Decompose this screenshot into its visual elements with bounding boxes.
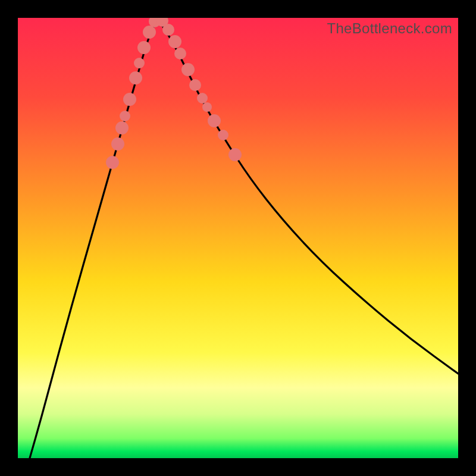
data-marker xyxy=(123,93,136,106)
chart-svg xyxy=(18,18,458,458)
data-markers xyxy=(106,18,242,169)
data-marker xyxy=(106,156,119,169)
data-marker xyxy=(168,35,181,48)
data-marker xyxy=(218,130,228,140)
data-marker xyxy=(111,137,124,151)
data-marker xyxy=(181,63,195,76)
data-marker xyxy=(120,111,130,121)
data-marker xyxy=(162,24,174,36)
outer-frame: TheBottleneck.com xyxy=(0,0,476,476)
data-marker xyxy=(202,102,212,112)
plot-area: TheBottleneck.com xyxy=(18,18,458,458)
data-marker xyxy=(134,58,145,68)
data-marker xyxy=(137,41,151,54)
data-marker xyxy=(129,71,142,84)
data-marker xyxy=(115,121,129,134)
data-marker xyxy=(143,26,156,39)
data-marker xyxy=(197,93,208,104)
data-marker xyxy=(174,48,186,60)
right-curve xyxy=(158,20,458,374)
left-curve xyxy=(30,20,158,458)
data-marker xyxy=(189,79,201,91)
data-marker xyxy=(228,148,242,161)
data-marker xyxy=(208,114,221,127)
